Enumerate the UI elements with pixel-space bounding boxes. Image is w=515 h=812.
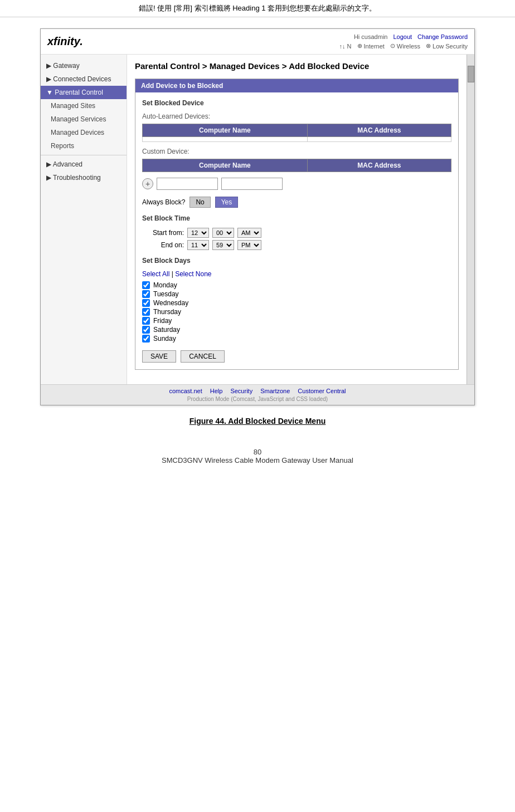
day-sunday-checkbox[interactable]: [142, 335, 150, 343]
sidebar-item-managed-sites[interactable]: Managed Sites: [41, 99, 127, 112]
end-on-label: End on:: [142, 241, 184, 249]
sidebar: ▶ Gateway ▶ Connected Devices ▼ Parental…: [41, 55, 127, 384]
set-block-days-title: Set Block Days: [142, 257, 451, 265]
start-ampm-select[interactable]: AMPM: [237, 228, 261, 238]
footer-comcast-link[interactable]: comcast.net: [169, 388, 202, 394]
day-tuesday-label: Tuesday: [153, 290, 179, 298]
scrollbar[interactable]: [467, 55, 474, 384]
footer-help-link[interactable]: Help: [210, 388, 223, 394]
xfinity-header: xfinity. Hi cusadmin Logout Change Passw…: [41, 29, 474, 55]
sidebar-item-connected-devices[interactable]: ▶ Connected Devices: [41, 72, 127, 86]
select-none-link[interactable]: Select None: [175, 270, 211, 278]
wireless-icon: ⊙: [390, 42, 395, 50]
error-bar: 錯誤! 使用 [常用] 索引標籤將 Heading 1 套用到您想要在此處顯示的…: [0, 0, 515, 17]
day-thursday-row: Thursday: [142, 308, 451, 316]
end-minute-select[interactable]: 5900153045: [212, 240, 234, 250]
action-buttons: SAVE CANCEL: [142, 350, 451, 363]
header-status-row: ↑↓ N ⊕ Internet ⊙ Wireless ⊗ Low Securit…: [339, 42, 468, 50]
sidebar-item-gateway[interactable]: ▶ Gateway: [41, 59, 127, 72]
always-block-yes-button[interactable]: Yes: [215, 197, 239, 208]
header-right: Hi cusadmin Logout Change Password ↑↓ N …: [339, 33, 468, 50]
auto-computer-name-cell: [143, 137, 308, 142]
section-body: Set Blocked Device Auto-Learned Devices:…: [135, 92, 458, 369]
footer-links: comcast.net Help Security Smartzone Cust…: [47, 388, 468, 394]
sidebar-item-advanced[interactable]: ▶ Advanced: [41, 158, 127, 171]
footer-security-link[interactable]: Security: [230, 388, 252, 394]
day-sunday-label: Sunday: [153, 335, 176, 343]
auto-computer-name-header: Computer Name: [143, 124, 308, 137]
custom-computer-name-header: Computer Name: [143, 159, 308, 172]
always-block-row: Always Block? No Yes: [142, 197, 451, 208]
sidebar-divider-1: [41, 155, 127, 155]
browser-inner: ▶ Gateway ▶ Connected Devices ▼ Parental…: [41, 55, 474, 384]
add-custom-device-button[interactable]: +: [142, 178, 153, 189]
day-monday-checkbox[interactable]: [142, 281, 150, 289]
sidebar-item-reports[interactable]: Reports: [41, 139, 127, 153]
sidebar-item-managed-services[interactable]: Managed Services: [41, 112, 127, 126]
security-icon: ⊗: [426, 42, 431, 50]
custom-device-table: Computer Name MAC Address: [142, 159, 451, 172]
page-title: Parental Control > Managed Devices > Add…: [135, 61, 459, 71]
custom-device-label: Custom Device:: [142, 148, 451, 155]
start-hour-select[interactable]: 12010203 04050607 08091011: [187, 228, 209, 238]
browser-footer: comcast.net Help Security Smartzone Cust…: [41, 384, 474, 405]
username-label: Hi cusadmin: [354, 33, 388, 40]
block-time-section: Set Block Time Start from: 12010203 0405…: [142, 214, 451, 250]
end-hour-select[interactable]: 11120102 03040506: [187, 240, 209, 250]
xfinity-logo: xfinity.: [47, 35, 83, 48]
custom-mac-input[interactable]: [221, 178, 283, 190]
start-from-label: Start from:: [142, 229, 184, 237]
always-block-label: Always Block?: [142, 198, 185, 206]
block-days-section: Set Block Days Select All | Select None …: [142, 257, 451, 343]
custom-mac-address-header: MAC Address: [307, 159, 451, 172]
day-saturday-label: Saturday: [153, 326, 180, 334]
auto-learned-row: [143, 137, 451, 142]
day-sunday-row: Sunday: [142, 335, 451, 343]
day-wednesday-checkbox[interactable]: [142, 299, 150, 307]
day-wednesday-label: Wednesday: [153, 299, 188, 307]
sidebar-item-parental-control[interactable]: ▼ Parental Control: [41, 86, 127, 99]
signal-icon: ↑↓: [339, 43, 346, 50]
browser-frame: xfinity. Hi cusadmin Logout Change Passw…: [40, 28, 475, 405]
status-security: ⊗ Low Security: [426, 42, 468, 50]
day-tuesday-checkbox[interactable]: [142, 290, 150, 298]
start-from-row: Start from: 12010203 04050607 08091011 0…: [142, 228, 451, 238]
save-button[interactable]: SAVE: [142, 350, 176, 363]
custom-computer-name-input[interactable]: [157, 178, 218, 190]
header-user-row: Hi cusadmin Logout Change Password: [354, 33, 468, 40]
day-wednesday-row: Wednesday: [142, 299, 451, 307]
logout-link[interactable]: Logout: [393, 33, 412, 40]
day-saturday-row: Saturday: [142, 326, 451, 334]
day-thursday-label: Thursday: [153, 308, 181, 316]
set-block-time-title: Set Block Time: [142, 214, 451, 222]
select-all-link[interactable]: Select All: [142, 270, 169, 278]
sidebar-item-managed-devices[interactable]: Managed Devices: [41, 126, 127, 139]
set-blocked-device-title: Set Blocked Device: [142, 99, 451, 107]
day-saturday-checkbox[interactable]: [142, 326, 150, 334]
scrollbar-thumb[interactable]: [468, 66, 474, 82]
sidebar-item-troubleshooting[interactable]: ▶ Troubleshooting: [41, 171, 127, 184]
internet-icon: ⊕: [357, 42, 362, 50]
footer-customer-central-link[interactable]: Customer Central: [298, 388, 346, 394]
day-friday-checkbox[interactable]: [142, 317, 150, 325]
end-ampm-select[interactable]: PMAM: [237, 240, 261, 250]
auto-mac-address-header: MAC Address: [307, 124, 451, 137]
day-monday-row: Monday: [142, 281, 451, 289]
status-signal: ↑↓ N: [339, 42, 352, 50]
always-block-no-button[interactable]: No: [190, 197, 210, 208]
cancel-button[interactable]: CANCEL: [181, 350, 225, 363]
custom-device-row: +: [142, 178, 451, 190]
footer-smartzone-link[interactable]: Smartzone: [260, 388, 290, 394]
page-subtitle: SMCD3GNV Wireless Cable Modem Gateway Us…: [22, 456, 493, 464]
change-password-link[interactable]: Change Password: [417, 33, 468, 40]
auto-learned-label: Auto-Learned Devices:: [142, 112, 451, 120]
start-minute-select[interactable]: 0015304559: [212, 228, 234, 238]
status-internet: ⊕ Internet: [357, 42, 385, 50]
add-device-header: Add Device to be Blocked: [135, 79, 458, 92]
figure-caption: Figure 44. Add Blocked Device Menu: [190, 417, 326, 425]
add-device-section: Add Device to be Blocked Set Blocked Dev…: [135, 79, 459, 370]
day-thursday-checkbox[interactable]: [142, 308, 150, 316]
main-panel: Parental Control > Managed Devices > Add…: [127, 55, 467, 384]
page-footer: 80 SMCD3GNV Wireless Cable Modem Gateway…: [22, 448, 493, 464]
footer-note: Production Mode (Comcast, JavaScript and…: [47, 396, 468, 402]
